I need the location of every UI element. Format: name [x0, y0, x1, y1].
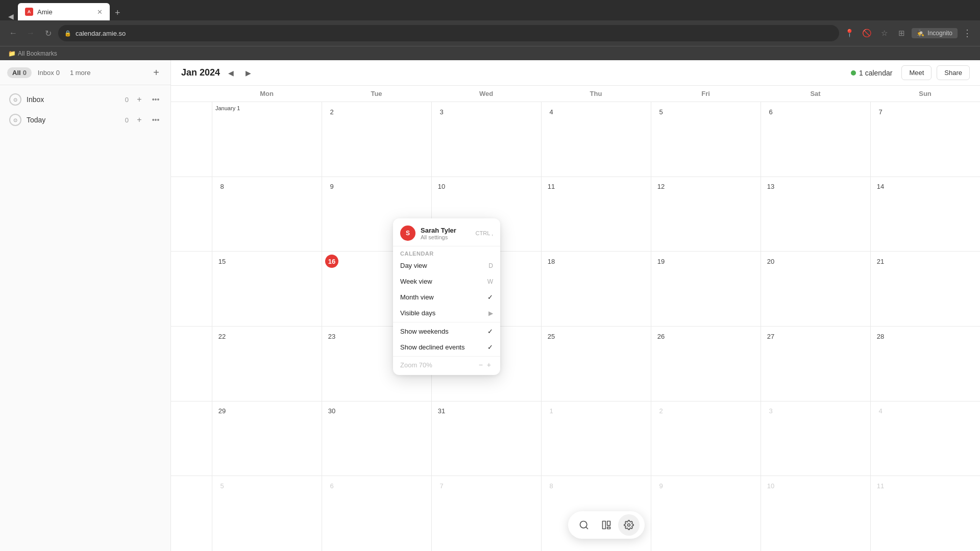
day-number: 18: [545, 255, 558, 268]
day-header-wed: Wed: [431, 86, 541, 102]
day-number: 4: [545, 105, 558, 118]
day-cell-feb4[interactable]: 4: [870, 402, 980, 476]
all-tab[interactable]: All 0: [7, 67, 32, 78]
day-cell-jan3[interactable]: 3: [431, 102, 541, 177]
layout-button[interactable]: [596, 514, 617, 536]
day-header-thu: Thu: [541, 86, 651, 102]
day-cell-jan28[interactable]: 28: [870, 327, 980, 401]
day-cell-jan14[interactable]: 14: [870, 177, 980, 252]
new-tab-button[interactable]: +: [111, 6, 125, 20]
more-options-btn[interactable]: ⋮: [961, 28, 974, 39]
meet-button[interactable]: Meet: [901, 65, 932, 80]
day-cell-feb1[interactable]: 1: [541, 402, 651, 476]
day-cell-jan6[interactable]: 6: [761, 102, 870, 177]
day-cell-jan12[interactable]: 12: [651, 177, 761, 252]
settings-button[interactable]: [618, 514, 640, 536]
menu-item-month-view[interactable]: Month view ✓: [393, 289, 500, 305]
search-button[interactable]: [573, 514, 595, 536]
menu-item-show-declined[interactable]: Show declined events ✓: [393, 339, 500, 355]
day-cell-jan31[interactable]: 31: [431, 402, 541, 476]
refresh-button[interactable]: ↻: [41, 26, 55, 40]
declined-check-icon: ✓: [487, 343, 493, 351]
day-cell-feb7[interactable]: 7: [431, 476, 541, 551]
day-header-sun: Sun: [870, 86, 980, 102]
sidebar-item-inbox[interactable]: ⊙ Inbox 0 + •••: [4, 89, 166, 110]
day-cell-jan30[interactable]: 30: [322, 402, 431, 476]
incognito-badge[interactable]: 🕵 Incognito: [912, 28, 958, 38]
tab-close-icon[interactable]: ✕: [97, 8, 103, 16]
inbox-more-btn[interactable]: •••: [150, 94, 161, 105]
day-cell-feb9[interactable]: 9: [651, 476, 761, 551]
day-number: 1: [545, 405, 558, 418]
next-month-button[interactable]: ▶: [241, 66, 255, 80]
more-tab[interactable]: 1 more: [66, 67, 94, 78]
zoom-increase-btn[interactable]: +: [485, 361, 493, 369]
day-cell-jan18[interactable]: 18: [541, 252, 651, 326]
day-number-today: 16: [325, 255, 338, 268]
layout-btn[interactable]: ⊞: [894, 26, 909, 40]
share-button[interactable]: Share: [937, 65, 970, 80]
menu-divider-2: [393, 322, 500, 322]
prev-month-button[interactable]: ◀: [224, 66, 237, 80]
day-cell-jan4[interactable]: 4: [541, 102, 651, 177]
bookmarks-bar: 📁 All Bookmarks: [0, 46, 980, 60]
back-button[interactable]: ←: [6, 26, 20, 40]
day-cell-feb10[interactable]: 10: [761, 476, 870, 551]
star-btn[interactable]: ☆: [877, 26, 891, 40]
today-add-btn[interactable]: +: [134, 114, 145, 126]
menu-item-show-weekends[interactable]: Show weekends ✓: [393, 323, 500, 339]
week-num-4: [171, 327, 212, 401]
day-cell-jan13[interactable]: 13: [761, 177, 870, 252]
day-cell-feb11[interactable]: 11: [870, 476, 980, 551]
day-cell-jan1[interactable]: January 1: [212, 102, 322, 177]
day-cell-jan21[interactable]: 21: [870, 252, 980, 326]
day-number: 3: [764, 405, 777, 418]
location-btn[interactable]: 📍: [842, 26, 856, 40]
day-cell-jan27[interactable]: 27: [761, 327, 870, 401]
day-cell-feb5[interactable]: 5: [212, 476, 322, 551]
browser-tab-back[interactable]: ◀: [5, 12, 17, 20]
day-cell-jan29[interactable]: 29: [212, 402, 322, 476]
day-cell-jan8[interactable]: 8: [212, 177, 322, 252]
day-cell-jan19[interactable]: 19: [651, 252, 761, 326]
day-cell-feb3[interactable]: 3: [761, 402, 870, 476]
week-num-6: [171, 476, 212, 551]
week-num-1: [171, 102, 212, 177]
sidebar-item-today[interactable]: ⊙ Today 0 + •••: [4, 110, 166, 130]
today-more-btn[interactable]: •••: [150, 114, 161, 126]
day-cell-jan26[interactable]: 26: [651, 327, 761, 401]
calendar-indicator[interactable]: 1 calendar: [847, 67, 896, 79]
day-number: 27: [764, 330, 777, 343]
day-number: 11: [874, 479, 887, 492]
add-item-button[interactable]: +: [149, 65, 163, 80]
day-cell-jan20[interactable]: 20: [761, 252, 870, 326]
day-number: 31: [435, 405, 448, 418]
menu-user-header[interactable]: S Sarah Tyler All settings CTRL ,: [393, 220, 500, 245]
day-cell-feb6[interactable]: 6: [322, 476, 431, 551]
menu-item-visible-days[interactable]: Visible days ▶: [393, 305, 500, 321]
day-cell-jan11[interactable]: 11: [541, 177, 651, 252]
inbox-tab[interactable]: Inbox 0: [34, 67, 64, 78]
incognito-icon: 🕵: [917, 30, 924, 37]
sidebar-today-count: 0: [125, 116, 129, 124]
day-header-fri: Fri: [651, 86, 761, 102]
menu-item-day-view[interactable]: Day view D: [393, 258, 500, 273]
day-number: 15: [215, 255, 229, 268]
day-cell-jan2[interactable]: 2: [322, 102, 431, 177]
day-cell-jan22[interactable]: 22: [212, 327, 322, 401]
address-bar[interactable]: 🔒 calendar.amie.so: [58, 25, 839, 41]
day-cell-jan5[interactable]: 5: [651, 102, 761, 177]
week-row-1: January 1 2 3 4 5 6 7: [171, 102, 980, 177]
day-cell-jan7[interactable]: 7: [870, 102, 980, 177]
menu-item-week-view[interactable]: Week view W: [393, 273, 500, 289]
day-cell-jan15[interactable]: 15: [212, 252, 322, 326]
day-cell-feb2[interactable]: 2: [651, 402, 761, 476]
zoom-decrease-btn[interactable]: −: [477, 361, 485, 369]
eye-off-btn[interactable]: 🚫: [860, 26, 874, 40]
forward-button[interactable]: →: [23, 26, 38, 40]
week-num-header: [171, 86, 212, 102]
inbox-add-btn[interactable]: +: [134, 94, 145, 105]
user-name: Sarah Tyler: [421, 227, 456, 234]
day-cell-jan25[interactable]: 25: [541, 327, 651, 401]
browser-tab-active[interactable]: A Amie ✕: [18, 3, 110, 20]
